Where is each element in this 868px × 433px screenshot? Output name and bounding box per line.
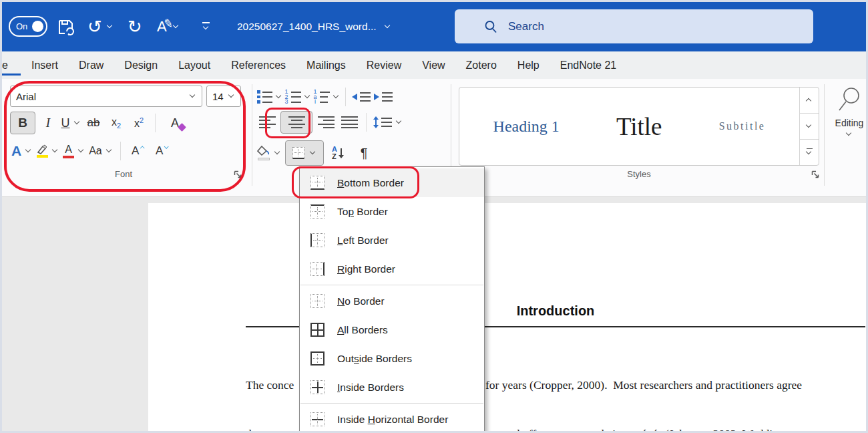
increase-indent-button[interactable] [373, 87, 393, 107]
bullet-list-icon [257, 90, 272, 104]
border-all-icon [310, 323, 324, 337]
align-right-button[interactable] [316, 111, 336, 134]
menu-item-bottom-border[interactable]: Bottom Border [300, 168, 484, 197]
sort-button[interactable]: AZ [328, 142, 348, 164]
gallery-scroll-down-button[interactable] [800, 114, 819, 140]
active-tab-underline [2, 74, 21, 76]
clear-formatting-button[interactable]: A [162, 112, 188, 134]
multilevel-list-button[interactable]: 1 a i [313, 87, 340, 107]
save-sync-icon [57, 18, 75, 36]
font-size-combobox[interactable]: 14 [206, 86, 241, 107]
font-size-value: 14 [212, 91, 224, 102]
superscript-button[interactable]: x2 [129, 112, 149, 134]
styles-dialog-launcher[interactable] [811, 170, 820, 182]
redo-icon: ↻ [128, 18, 142, 35]
menu-item-outside-borders[interactable]: Outside Borders [300, 344, 484, 373]
numbering-button[interactable]: 1 2 3 [284, 87, 311, 107]
style-heading1[interactable]: Heading 1 [493, 118, 560, 136]
superscript-icon: x2 [134, 116, 144, 130]
search-placeholder: Search [508, 20, 544, 33]
font-name-combobox[interactable]: Arial [10, 86, 202, 107]
show-marks-button[interactable]: ¶ [352, 142, 376, 164]
subscript-button[interactable]: x2 [106, 112, 126, 134]
menu-item-label: Right Border [337, 263, 395, 275]
justify-button[interactable] [339, 111, 359, 134]
text-effects-button[interactable]: A [11, 140, 32, 162]
document-title-button[interactable]: 20250627_1400_HRS_word... [237, 2, 391, 51]
borders-dropdown-menu: Bottom Border Top Border Left Border Rig… [299, 166, 485, 433]
style-subtitle[interactable]: Subtitle [719, 120, 766, 132]
align-left-button[interactable] [257, 111, 277, 134]
bullets-button[interactable] [257, 87, 282, 107]
tab-review[interactable]: Review [367, 59, 401, 71]
grow-font-button[interactable]: A [128, 140, 148, 162]
tab-help[interactable]: Help [517, 59, 539, 71]
line-spacing-icon [373, 116, 392, 128]
overflow-icon [202, 22, 210, 31]
editor-pen-button[interactable]: A✎ [157, 2, 180, 51]
tab-zotero[interactable]: Zotero [466, 59, 497, 71]
bold-button[interactable]: B [10, 112, 35, 134]
ribbon-tab-row: e Insert Draw Design Layout References M… [2, 51, 866, 79]
group-separator [252, 84, 252, 186]
chevron-down-icon [106, 148, 113, 154]
tab-layout[interactable]: Layout [178, 59, 210, 71]
style-title[interactable]: Title [616, 112, 662, 141]
divider [120, 142, 121, 160]
menu-item-inside-horizontal-border[interactable]: Inside Horizontal Border [300, 405, 484, 433]
shading-button[interactable] [257, 142, 281, 164]
shading-bucket-icon [257, 146, 270, 160]
paragraph-text-left: The conce that mento 2006). S fundamen a… [246, 344, 298, 433]
menu-item-top-border[interactable]: Top Border [300, 197, 484, 226]
pilcrow-icon: ¶ [361, 146, 368, 161]
tab-design[interactable]: Design [124, 59, 158, 71]
autosave-toggle[interactable]: On [9, 16, 47, 37]
tab-references[interactable]: References [231, 59, 286, 71]
save-button[interactable] [57, 2, 75, 51]
font-color-icon: A [63, 144, 74, 158]
quick-access-overflow-button[interactable] [202, 2, 210, 51]
change-case-button[interactable]: Aa [89, 140, 113, 162]
paragraph-text-right: for years (Cropper, 2000). Most research… [485, 344, 866, 433]
redo-button[interactable]: ↻ [128, 2, 142, 51]
underline-button[interactable]: U [61, 112, 81, 134]
editing-group[interactable]: Editing [830, 87, 868, 138]
tab-endnote[interactable]: EndNote 21 [560, 59, 617, 71]
underline-icon: U [61, 116, 70, 130]
menu-item-left-border[interactable]: Left Border [300, 226, 484, 255]
gallery-scroll-up-button[interactable] [800, 88, 819, 114]
tab-insert[interactable]: Insert [31, 59, 58, 71]
tab-view[interactable]: View [422, 59, 445, 71]
tab-draw[interactable]: Draw [79, 59, 103, 71]
align-center-button[interactable] [280, 111, 312, 134]
search-input[interactable]: Search [455, 9, 813, 43]
menu-item-right-border[interactable]: Right Border [300, 255, 484, 283]
line-spacing-button[interactable] [373, 111, 403, 134]
divider [155, 114, 156, 132]
strikethrough-icon: ab [87, 116, 100, 130]
border-left-icon [310, 233, 324, 247]
menu-item-inside-borders[interactable]: Inside Borders [300, 373, 484, 402]
autosave-label: On [16, 21, 27, 31]
undo-button[interactable]: ↺ [87, 2, 114, 51]
tab-mailings[interactable]: Mailings [306, 59, 346, 71]
chevron-down-icon [385, 23, 391, 30]
styles-group-label: Styles [459, 169, 819, 179]
menu-item-all-borders[interactable]: All Borders [300, 315, 484, 344]
strikethrough-button[interactable]: ab [83, 112, 103, 134]
italic-button[interactable]: I [38, 112, 58, 134]
document-page[interactable]: Introduction The conce that mento 2006).… [148, 203, 866, 431]
menu-item-no-border[interactable]: No Border [300, 287, 484, 315]
text-highlight-button[interactable] [36, 140, 59, 162]
multilevel-list-icon: 1 a i [313, 90, 330, 104]
editing-group-label: Editing [835, 118, 864, 128]
font-dialog-launcher[interactable] [234, 170, 242, 182]
chevron-down-icon [806, 123, 813, 130]
decrease-indent-button[interactable] [351, 87, 371, 107]
font-color-button[interactable]: A [63, 140, 85, 162]
gallery-more-button[interactable] [800, 140, 819, 165]
borders-split-button[interactable] [285, 140, 324, 166]
document-title: 20250627_1400_HRS_word... [237, 21, 377, 33]
font-name-value: Arial [16, 91, 36, 102]
shrink-font-button[interactable]: A [152, 140, 172, 162]
